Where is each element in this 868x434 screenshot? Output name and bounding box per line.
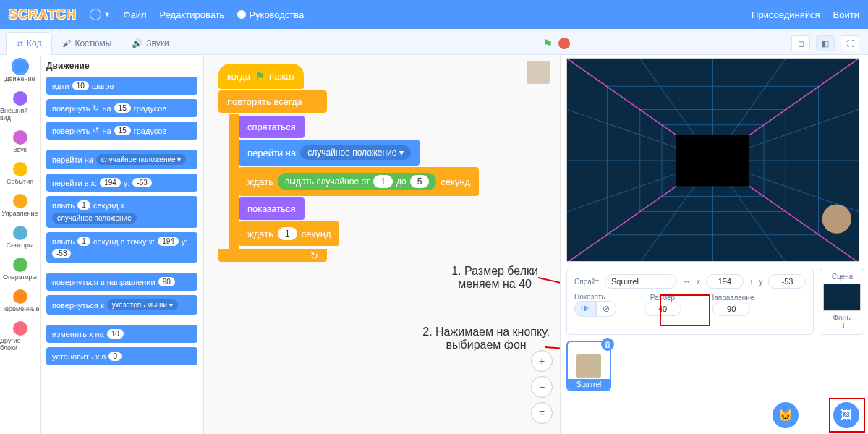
category-dot-icon: [13, 258, 27, 272]
green-flag-button[interactable]: ⚑: [542, 37, 553, 51]
zoom-out-button[interactable]: −: [531, 376, 553, 398]
category-Движение[interactable]: Движение: [0, 55, 40, 87]
tab-costumes[interactable]: 🖌Костюмы: [52, 33, 122, 54]
block-forever-top[interactable]: повторять всегда: [218, 90, 327, 113]
category-Сенсоры[interactable]: Сенсоры: [0, 221, 40, 253]
category-События[interactable]: События: [0, 158, 40, 190]
y-icon: ↕: [749, 277, 754, 286]
zoom-reset-button[interactable]: =: [531, 402, 553, 424]
sprite-name-input[interactable]: [605, 274, 677, 289]
edit-menu[interactable]: Редактировать: [160, 9, 225, 20]
direction-label: Направление: [709, 294, 754, 302]
size-input[interactable]: [644, 302, 681, 316]
sprite-card-squirrel[interactable]: 🗑 Squirrel: [566, 341, 611, 391]
direction-input[interactable]: [712, 302, 750, 316]
show-label: Показать: [574, 293, 616, 301]
block-forever-bottom[interactable]: ↻: [218, 249, 327, 262]
stage-selector[interactable]: Сцена Фоны 3: [820, 268, 864, 335]
category-Управление[interactable]: Управление: [0, 190, 40, 221]
svg-line-0: [538, 278, 560, 305]
category-dot-icon: [13, 289, 27, 304]
block-when-flag-clicked[interactable]: когда⚑нажат: [218, 64, 304, 89]
sprite-card-name: Squirrel: [568, 379, 610, 390]
hide-button[interactable]: ⊘: [596, 301, 616, 317]
editor-main: ДвижениеВнешний видЗвукСобытияУправление…: [0, 55, 868, 434]
large-stage-button[interactable]: ◧: [816, 35, 835, 51]
delete-sprite-button[interactable]: 🗑: [601, 338, 614, 351]
stage[interactable]: [566, 58, 859, 262]
lightbulb-icon: [237, 10, 246, 19]
add-backdrop-button[interactable]: 🖼: [833, 402, 859, 428]
category-label: Сенсоры: [7, 242, 34, 249]
join-link[interactable]: Присоединяйся: [752, 9, 820, 20]
category-dot-icon: [13, 162, 27, 176]
block-wait[interactable]: ждать1секунд: [239, 221, 339, 246]
tab-sounds-label: Звуки: [146, 38, 169, 48]
category-label: Управление: [1, 210, 38, 217]
code-icon: ⧉: [17, 38, 23, 48]
fullscreen-button[interactable]: ⛶: [841, 35, 859, 51]
zoom-controls: + − =: [531, 350, 553, 424]
category-dot-icon: [13, 194, 27, 208]
tutorials-menu[interactable]: Руководства: [237, 9, 304, 20]
category-label: Звук: [13, 146, 26, 153]
y-input[interactable]: [768, 274, 806, 289]
top-menu-bar: SCRATCH ▼ Файл Редактировать Руководства…: [0, 0, 868, 29]
svg-point-27: [822, 204, 851, 233]
editor-tabs: ⧉Код 🖌Костюмы 🔊Звуки ⚑ ◻ ◧ ⛶: [0, 29, 868, 55]
sound-icon: 🔊: [132, 38, 142, 48]
stop-button[interactable]: [558, 38, 570, 49]
block-glide-xy[interactable]: плыть1секунд в точку x:194y:-53: [46, 232, 197, 263]
category-Переменные[interactable]: Переменные: [0, 285, 40, 317]
tab-sounds[interactable]: 🔊Звуки: [122, 33, 179, 54]
signin-link[interactable]: Войти: [833, 9, 859, 20]
block-random[interactable]: выдать случайное от1до5: [278, 173, 436, 190]
annotation-1: 1. Размер белкименяем на 40: [451, 265, 538, 291]
sprite-info-box: Спрайт ↔x ↕y Показать 👁 ⊘: [566, 268, 814, 335]
category-dot-icon: [13, 59, 27, 74]
block-wait-random[interactable]: ждать выдать случайное от1до5 секунд: [239, 167, 479, 196]
stage-panel: Спрайт ↔x ↕y Показать 👁 ⊘: [560, 55, 868, 434]
block-hide[interactable]: спрятаться: [239, 116, 305, 138]
block-move-steps[interactable]: идти10шагов: [46, 77, 197, 95]
category-Другие блоки[interactable]: Другие блоки: [0, 317, 40, 356]
file-menu[interactable]: Файл: [124, 9, 147, 20]
block-goto-xy[interactable]: перейти в x:194y:-53: [46, 174, 197, 192]
block-point-towards[interactable]: повернуться куказатель мыши ▾: [46, 295, 197, 315]
block-turn-left[interactable]: повернуть↺на15градусов: [46, 122, 197, 140]
block-change-x[interactable]: изменить x на10: [46, 325, 197, 343]
category-dot-icon: [13, 321, 27, 336]
block-glide-random[interactable]: плыть1секунд кслучайное положение: [46, 196, 197, 228]
script-workspace[interactable]: ⇄ когда⚑нажат повторять всегда спрятатьс…: [204, 55, 560, 434]
size-label: Размер: [644, 294, 681, 302]
scratch-logo[interactable]: SCRATCH: [9, 7, 77, 22]
zoom-in-button[interactable]: +: [531, 350, 553, 372]
block-point-direction[interactable]: повернуться в направлении90: [46, 273, 197, 291]
block-show[interactable]: показаться: [239, 197, 305, 220]
x-input[interactable]: [706, 274, 744, 289]
category-Внешний вид[interactable]: Внешний вид: [0, 87, 40, 126]
tab-code[interactable]: ⧉Код: [6, 32, 52, 55]
category-Звук[interactable]: Звук: [0, 126, 40, 158]
stage-backdrop: [567, 59, 859, 262]
block-turn-right[interactable]: повернуть↻на15градусов: [46, 99, 197, 117]
sprite-thumb-icon: [576, 354, 601, 378]
small-stage-button[interactable]: ◻: [791, 35, 810, 51]
category-Операторы[interactable]: Операторы: [0, 253, 40, 285]
tab-code-label: Код: [27, 38, 41, 48]
show-button[interactable]: 👁: [574, 301, 596, 317]
block-goto-random[interactable]: перейти наслучайное положение ▾: [46, 150, 197, 169]
blocks-palette: Движение идти10шагов повернуть↻на15граду…: [41, 55, 204, 434]
svg-rect-3: [676, 135, 749, 187]
sprite-label: Спрайт: [574, 278, 599, 286]
add-sprite-button[interactable]: 🐱: [773, 402, 799, 428]
language-menu[interactable]: ▼: [90, 9, 111, 20]
category-dot-icon: [13, 91, 27, 106]
block-set-x[interactable]: установить x в0: [46, 347, 197, 365]
block-goto-random-ws[interactable]: перейти наслучайное положение ▾: [239, 140, 420, 166]
category-label: Движение: [5, 75, 35, 82]
sprite-thumbnail-icon: [527, 61, 550, 84]
backdrop-thumbnail: [823, 284, 861, 311]
x-label: x: [697, 278, 700, 286]
globe-icon: [90, 9, 101, 20]
